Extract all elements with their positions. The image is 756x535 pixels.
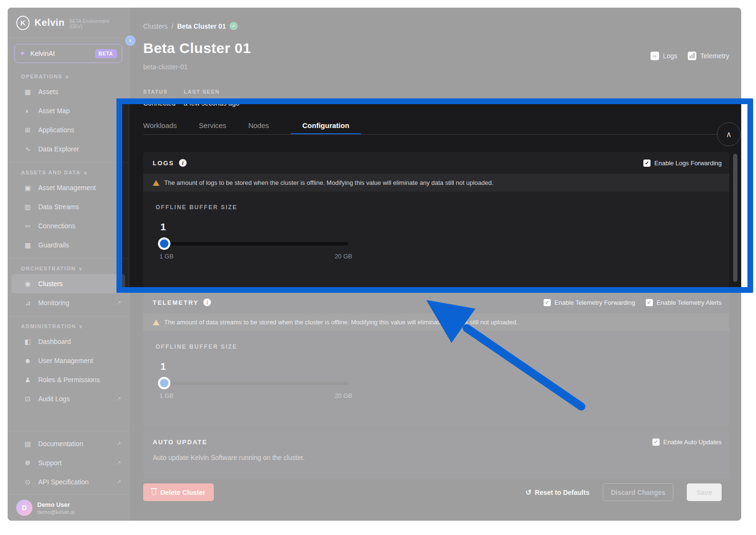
reset-to-defaults-button[interactable]: ↺ Reset to Defaults	[525, 488, 589, 497]
sidebar-item-clusters[interactable]: ◉ Clusters	[11, 274, 125, 293]
status-value: Connected	[143, 99, 184, 107]
main-content: Clusters / Beta Cluster 01 ✓ Beta Cluste…	[129, 8, 741, 521]
tab-divider	[143, 134, 729, 135]
footer-action-bar: Delete Cluster ↺ Reset to Defaults Disca…	[143, 483, 722, 501]
item-label: Monitoring	[38, 299, 69, 307]
sidebar-item-connections[interactable]: ∾ Connections	[8, 216, 129, 235]
sidebar-item-guardrails[interactable]: ▩ Guardrails	[8, 235, 129, 255]
section-label: ASSETS AND DATA	[21, 170, 81, 175]
slider-knob[interactable]	[158, 237, 170, 250]
checkbox-checked-icon: ✓	[643, 160, 651, 167]
sidebar-section-administration[interactable]: ADMINISTRATION ∨	[8, 317, 129, 332]
app-window: K Kelvin BETA Environment (DEV) ✦ Kelvin…	[8, 8, 741, 521]
item-label: Asset Map	[38, 107, 70, 115]
sidebar-item-support[interactable]: ☸ Support ↗	[8, 453, 129, 472]
discard-changes-button[interactable]: Discard Changes	[603, 483, 673, 501]
slider-max-label: 20 GB	[335, 392, 352, 399]
external-link-icon: ↗	[116, 440, 121, 447]
tab-services[interactable]: Services	[199, 121, 227, 135]
auto-update-card-header: AUTO UPDATE ✓ Enable Auto Updates	[143, 431, 729, 453]
logs-warning-banner: The amount of logs to be stored when the…	[143, 174, 729, 192]
info-icon[interactable]: i	[203, 299, 211, 306]
info-icon[interactable]: i	[179, 159, 187, 167]
brand-name: Kelvin	[34, 17, 64, 28]
sidebar-item-documentation[interactable]: ▤ Documentation ↗	[8, 434, 129, 453]
delete-cluster-label: Delete Cluster	[160, 489, 205, 496]
spacer	[8, 408, 129, 431]
slider-min-label: 1 GB	[159, 392, 174, 399]
item-label: Clusters	[38, 280, 63, 288]
tab-configuration[interactable]: Configuration	[291, 121, 360, 135]
warning-text: The amount of logs to be stored when the…	[164, 179, 494, 186]
sidebar-item-asset-map[interactable]: ◐ Asset Map	[8, 101, 129, 120]
telemetry-button[interactable]: Telemetry	[688, 52, 729, 60]
delete-cluster-button[interactable]: Delete Cluster	[143, 483, 214, 501]
logs-button[interactable]: ‹› Logs	[651, 52, 677, 60]
user-name: Demo User	[37, 501, 74, 508]
sidebar-item-assets[interactable]: ▦ Assets	[8, 82, 129, 101]
item-label: Asset Management	[38, 184, 96, 192]
item-label: API Specification	[38, 478, 89, 486]
checkbox-label: Enable Auto Updates	[663, 439, 722, 446]
sidebar-section-assets-and-data[interactable]: ASSETS AND DATA ∨	[8, 163, 129, 178]
tab-nodes[interactable]: Nodes	[248, 121, 269, 135]
sidebar-item-roles-permissions[interactable]: ♟ Roles & Permissions	[8, 370, 129, 389]
enable-logs-forwarding-checkbox[interactable]: ✓ Enable Logs Forwarding	[643, 160, 722, 167]
sidebar-item-api-specification[interactable]: ⊙ API Specification ↗	[8, 472, 129, 492]
breadcrumb-clusters-link[interactable]: Clusters	[143, 22, 168, 30]
slider-min-label: 1 GB	[159, 253, 174, 260]
user-menu[interactable]: D Demo User demo@kelvin.ai	[8, 494, 129, 521]
sidebar-item-monitoring[interactable]: ⊿ Monitoring ↗	[8, 293, 129, 312]
header-actions: ‹› Logs Telemetry	[651, 52, 729, 60]
checkbox-checked-icon: ✓	[652, 439, 660, 446]
telemetry-card-header: TELEMETRY i ✓ Enable Telemetry Forwardin…	[143, 291, 729, 313]
logs-button-label: Logs	[663, 52, 677, 60]
sidebar-item-audit-logs[interactable]: ⊡ Audit Logs ↗	[8, 389, 129, 408]
sidebar-item-data-explorer[interactable]: ∿ Data Explorer	[8, 139, 129, 159]
item-label: Support	[38, 459, 62, 467]
sidebar-item-kelvinai[interactable]: ✦ KelvinAI BETA	[14, 44, 122, 63]
slider-track[interactable]	[159, 242, 348, 246]
section-label: ORCHESTRATION	[21, 266, 76, 271]
chevron-down-icon: ∨	[79, 324, 84, 329]
sidebar-item-dashboard[interactable]: ◧ Dashboard	[8, 332, 129, 351]
logo-row: K Kelvin BETA Environment (DEV)	[8, 8, 129, 38]
warning-text: The amount of data streams to be stored …	[164, 319, 518, 326]
sidebar-item-applications[interactable]: ⊞ Applications	[8, 120, 129, 139]
collapse-panel-button[interactable]: ∧	[717, 122, 741, 146]
enable-auto-updates-checkbox[interactable]: ✓ Enable Auto Updates	[652, 439, 722, 446]
sidebar-item-asset-management[interactable]: ▣ Asset Management	[8, 178, 129, 197]
tab-workloads[interactable]: Workloads	[143, 121, 177, 135]
enable-telemetry-alerts-checkbox[interactable]: ✓ Enable Telemetry Alerts	[646, 299, 722, 306]
sidebar-section-operations[interactable]: OPERATIONS ∨	[8, 67, 129, 82]
beta-badge: BETA	[95, 49, 117, 58]
save-button[interactable]: Save	[687, 483, 722, 501]
slider-track[interactable]	[159, 382, 348, 385]
checkbox-label: Enable Telemetry Alerts	[657, 299, 722, 306]
checkbox-label: Enable Telemetry Forwarding	[555, 299, 635, 306]
enable-telemetry-forwarding-checkbox[interactable]: ✓ Enable Telemetry Forwarding	[544, 299, 635, 306]
offline-buffer-size-label: OFFLINE BUFFER SIZE	[156, 343, 717, 350]
buffer-size-slider[interactable]	[159, 377, 348, 389]
item-label: Connections	[38, 222, 75, 230]
slider-knob[interactable]	[158, 377, 170, 389]
buffer-size-slider[interactable]	[159, 237, 348, 250]
connections-icon: ∾	[23, 222, 32, 230]
status-label: STATUS	[143, 89, 184, 95]
sidebar-section-orchestration[interactable]: ORCHESTRATION ∨	[8, 259, 129, 274]
offline-buffer-size-label: OFFLINE BUFFER SIZE	[156, 204, 717, 211]
sidebar-item-user-management[interactable]: ☻ User Management	[8, 351, 129, 370]
bar-chart-icon: ▥	[23, 203, 32, 211]
sidebar-collapse-button[interactable]: ‹	[125, 35, 136, 46]
scrollbar[interactable]	[733, 154, 737, 282]
item-label: Dashboard	[38, 338, 71, 345]
sidebar-item-data-streams[interactable]: ▥ Data Streams	[8, 197, 129, 216]
dashboard-icon: ◧	[23, 338, 32, 345]
checkbox-label: Enable Logs Forwarding	[654, 160, 722, 167]
checkbox-checked-icon: ✓	[544, 299, 551, 306]
item-label: Roles & Permissions	[38, 376, 100, 384]
page-title: Beta Cluster 01	[143, 40, 251, 56]
telemetry-warning-banner: The amount of data streams to be stored …	[143, 313, 729, 331]
slider-range-labels: 1 GB 20 GB	[159, 392, 352, 399]
buffer-value: 1	[160, 221, 717, 233]
